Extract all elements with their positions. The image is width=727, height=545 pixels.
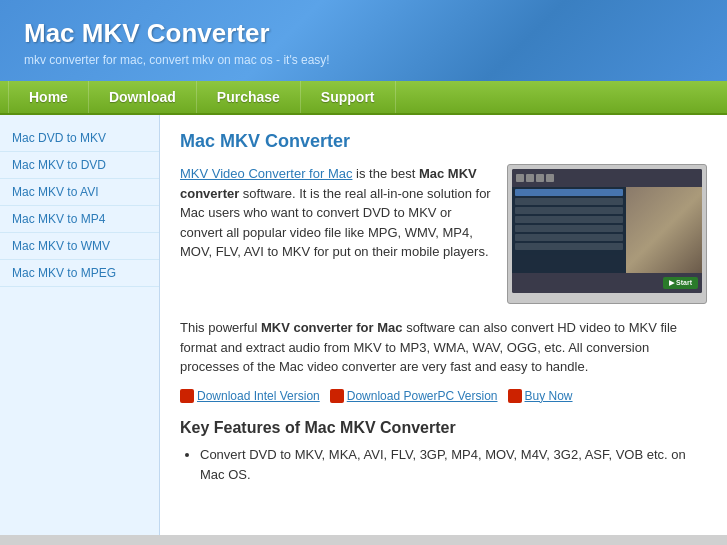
app-body [512,187,702,273]
list-row [515,207,623,214]
download-powerpc-icon [330,389,344,403]
sidebar: Mac DVD to MKV Mac MKV to DVD Mac MKV to… [0,115,160,535]
download-powerpc-label: Download PowerPC Version [347,389,498,403]
nav-home[interactable]: Home [8,81,89,113]
page-title: Mac MKV Converter [180,131,707,152]
toolbar-btn-3 [536,174,544,182]
sidebar-item-mac-mkv-to-wmv[interactable]: Mac MKV to WMV [0,233,159,260]
start-button: ▶ Start [663,277,698,289]
list-row [515,225,623,232]
sidebar-item-mac-mkv-to-mpeg[interactable]: Mac MKV to MPEG [0,260,159,287]
features-heading: Key Features of Mac MKV Converter [180,419,707,437]
features-list: Convert DVD to MKV, MKA, AVI, FLV, 3GP, … [200,445,707,487]
app-footer: ▶ Start [512,273,702,293]
site-title: Mac MKV Converter [24,18,703,49]
product-link[interactable]: MKV Video Converter for Mac [180,166,352,181]
nav-purchase[interactable]: Purchase [197,81,301,113]
navigation: Home Download Purchase Support [0,81,727,115]
sidebar-item-mac-dvd-to-mkv[interactable]: Mac DVD to MKV [0,125,159,152]
file-list-panel [512,187,626,273]
sidebar-item-mac-mkv-to-mp4[interactable]: Mac MKV to MP4 [0,206,159,233]
app-toolbar [512,169,702,187]
page-content: Mac MKV Converter MKV Video Converter fo… [160,115,727,535]
cart-icon [508,389,522,403]
download-links-section: Download Intel Version Download PowerPC … [180,389,707,403]
download-intel-icon [180,389,194,403]
nav-support[interactable]: Support [301,81,396,113]
site-subtitle: mkv converter for mac, convert mkv on ma… [24,53,703,67]
product-screenshot: ▶ Start [507,164,707,304]
download-intel-label: Download Intel Version [197,389,320,403]
product-intro-section: MKV Video Converter for Mac is the best … [180,164,707,304]
list-row [515,198,623,205]
app-screenshot-ui: ▶ Start [512,169,702,293]
download-intel-link[interactable]: Download Intel Version [180,389,320,403]
desc-paragraph: This powerful MKV converter for Mac soft… [180,318,707,377]
product-description: MKV Video Converter for Mac is the best … [180,164,493,304]
list-row [515,234,623,241]
download-powerpc-link[interactable]: Download PowerPC Version [330,389,498,403]
toolbar-btn-4 [546,174,554,182]
toolbar-btn-1 [516,174,524,182]
site-header: Mac MKV Converter mkv converter for mac,… [0,0,727,81]
list-row [515,189,623,196]
list-row [515,243,623,250]
buy-now-link[interactable]: Buy Now [508,389,573,403]
toolbar-btn-2 [526,174,534,182]
list-rows [512,187,626,254]
main-content: Mac DVD to MKV Mac MKV to DVD Mac MKV to… [0,115,727,535]
feature-item-1: Convert DVD to MKV, MKA, AVI, FLV, 3GP, … [200,445,707,487]
intro-text-1: is the best [352,166,418,181]
nav-download[interactable]: Download [89,81,197,113]
sidebar-item-mac-mkv-to-dvd[interactable]: Mac MKV to DVD [0,152,159,179]
preview-panel [626,187,702,273]
sidebar-item-mac-mkv-to-avi[interactable]: Mac MKV to AVI [0,179,159,206]
list-row [515,216,623,223]
buy-now-label: Buy Now [525,389,573,403]
